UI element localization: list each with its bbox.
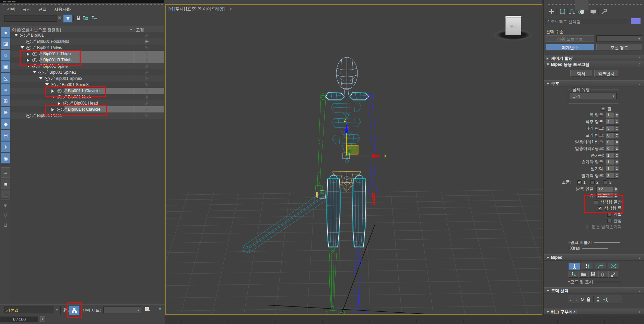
filter-space-warps-button[interactable]: ≈ <box>1 84 11 95</box>
perspective-viewport[interactable]: Z X y [+] [투시] [표준] [와이어프레임] ▼ 앞면 <box>165 4 542 315</box>
spinner-field[interactable]: 3 <box>606 125 619 131</box>
viewport-label[interactable]: [+] [투시] [표준] [와이어프레임] ▼ <box>168 6 232 12</box>
node-label[interactable]: Bip001 Spine3 <box>62 82 89 87</box>
spinner-arrows[interactable] <box>614 173 619 178</box>
filter-containers-button[interactable]: ⊟ <box>1 130 11 141</box>
filter-button[interactable] <box>63 14 72 23</box>
checkbox-checked[interactable]: ✔ <box>577 180 582 184</box>
spinner-arrows[interactable] <box>614 166 619 171</box>
menu-표시[interactable]: 표시 <box>23 7 31 13</box>
spinner-arrows[interactable] <box>613 187 618 192</box>
preset-dropdown[interactable]: 기본값 <box>4 307 54 313</box>
collapse-arrow-icon[interactable] <box>21 46 24 49</box>
visibility-eye-icon[interactable] <box>26 114 31 118</box>
node-label[interactable]: Bip001 L Thigh <box>43 51 71 56</box>
node-label[interactable]: Bip001 Prop1 <box>37 113 62 118</box>
node-label[interactable]: Bip001 Spine <box>43 64 68 69</box>
spinner-field[interactable]: 0 <box>606 132 619 138</box>
height-field[interactable]: 95.817 <box>596 193 618 199</box>
spinner-arrows[interactable] <box>614 153 619 158</box>
collection-button[interactable]: ⊔ <box>1 220 10 229</box>
rollout-grip[interactable] <box>639 57 642 60</box>
filter-settings-button[interactable]: ▼ <box>1 201 10 210</box>
node-label[interactable]: Bip001 Footsteps <box>37 39 69 44</box>
body-vertical-button[interactable]: ↕ <box>576 297 578 302</box>
expand-arrow-icon[interactable] <box>58 102 60 105</box>
spinner-arrows[interactable] <box>614 146 619 151</box>
expand-arrow-icon[interactable] <box>51 108 54 111</box>
selection-level-dropdown[interactable]: ▼ <box>596 35 642 42</box>
viewport-canvas[interactable]: Z X y <box>166 5 542 314</box>
node-label[interactable]: Bip001 Pelvis <box>37 45 62 50</box>
tree-row-bip001-l-clavicle[interactable]: Bip001 L Clavicle <box>10 88 164 94</box>
ankle-attach-field[interactable]: 0.2 <box>596 186 618 192</box>
frozen-snowflake-icon[interactable] <box>145 107 149 111</box>
visibility-eye-icon[interactable] <box>32 58 37 62</box>
checkbox[interactable] <box>607 219 611 223</box>
body-type-dropdown[interactable]: 골격▼ <box>570 93 617 99</box>
collapse-arrow-icon[interactable] <box>39 77 43 80</box>
lock-icon[interactable] <box>76 15 81 21</box>
node-label[interactable]: Bip001 Neck <box>68 95 91 99</box>
panel-drag-handle[interactable] <box>546 4 642 5</box>
filter-lights-button[interactable]: ☼ <box>1 50 11 61</box>
tree-row-bip001-spine3[interactable]: Bip001 Spine3 <box>10 82 164 88</box>
track-bar[interactable] <box>165 315 644 324</box>
checkbox[interactable] <box>590 180 595 184</box>
checkbox[interactable] <box>603 180 607 184</box>
visibility-eye-icon[interactable] <box>57 89 62 93</box>
menu-선택[interactable]: 선택 <box>7 7 15 13</box>
menu-편집[interactable]: 편집 <box>38 7 47 13</box>
spinner-field[interactable]: 3 <box>606 173 619 179</box>
frozen-snowflake-icon[interactable] <box>145 70 149 74</box>
spinner-arrows[interactable] <box>614 112 619 118</box>
frozen-snowflake-icon[interactable] <box>145 113 149 118</box>
filter-visibility-button[interactable]: ◉ <box>1 153 11 164</box>
tree-row-bip001-r-thigh[interactable]: Bip001 R Thigh <box>10 57 164 63</box>
option-삼각형-골반[interactable]: 삼각형 골반 <box>544 199 644 205</box>
filter-xrefs-button[interactable]: ⊕ <box>1 107 11 118</box>
sub-object-button[interactable]: 하위 오브젝트 <box>546 35 594 42</box>
panel-drag-handle[interactable] <box>1 4 163 5</box>
expand-arrow-icon[interactable] <box>51 89 54 93</box>
rollout-header-assign-controller[interactable]: 제어기 할당 <box>544 55 644 61</box>
tree-row-bip001-footsteps[interactable]: Bip001 Footsteps <box>10 38 164 45</box>
option-짧은-엄지손가락[interactable]: 짧은 엄지손가락 <box>544 224 644 230</box>
dropdown-arrow-icon[interactable]: ▼ <box>56 309 58 312</box>
visibility-eye-icon[interactable] <box>57 95 62 99</box>
view-solid-view-button[interactable]: ■ <box>1 179 11 189</box>
menu-사용자화[interactable]: 사용자화 <box>54 7 71 13</box>
collapse-arrow-icon[interactable] <box>45 83 49 86</box>
filter-button[interactable]: ▽ <box>1 211 10 219</box>
rollout-header-biped-apps[interactable]: Biped 응용 프로그램 <box>544 61 644 67</box>
rollout-header-biped[interactable]: Biped <box>544 254 644 261</box>
filter-bones-button[interactable]: ◆ <box>1 118 11 129</box>
edit-named-selection-sets-icon[interactable] <box>145 307 151 312</box>
figure-mode-button[interactable] <box>569 263 580 270</box>
frozen-snowflake-icon[interactable] <box>145 39 149 44</box>
tree-row-bip001-head[interactable]: Bip001 Head <box>10 100 164 106</box>
body-horizontal-button[interactable]: ↔ <box>569 297 573 302</box>
spinner-arrows[interactable] <box>614 140 619 145</box>
node-label[interactable]: Bip001 <box>31 33 44 38</box>
twist-links-expander[interactable]: +링크 비틀기 <box>544 240 644 245</box>
xtras-expander[interactable]: +Xtras <box>544 245 644 251</box>
spinner-field[interactable]: 1 <box>606 153 619 158</box>
create-panel-tab[interactable] <box>547 8 556 15</box>
viewport-filter-arrow-icon[interactable]: ▼ <box>229 8 232 11</box>
frozen-snowflake-icon[interactable] <box>145 95 149 99</box>
frozen-snowflake-icon[interactable] <box>145 101 149 105</box>
progress-field[interactable]: 0 / 100 <box>0 316 39 322</box>
visibility-eye-icon[interactable] <box>63 101 68 105</box>
select-hierarchy-button[interactable] <box>69 305 80 315</box>
spinner-field[interactable]: 0 <box>606 139 619 145</box>
clear-search-icon[interactable]: ✕ <box>58 15 61 21</box>
tree-row-bip001-spine2[interactable]: Bip001 Spine2 <box>10 75 164 82</box>
tree-row-bip001-spine1[interactable]: Bip001 Spine1 <box>10 69 164 75</box>
spinner-arrows[interactable] <box>614 133 619 138</box>
visibility-eye-icon[interactable] <box>51 83 56 87</box>
spinner-arrows[interactable] <box>614 119 619 124</box>
tree-row-bip001-spine[interactable]: Bip001 Spine <box>10 63 164 69</box>
mixer-mode-button[interactable] <box>608 263 619 270</box>
checkbox[interactable] <box>586 225 590 229</box>
